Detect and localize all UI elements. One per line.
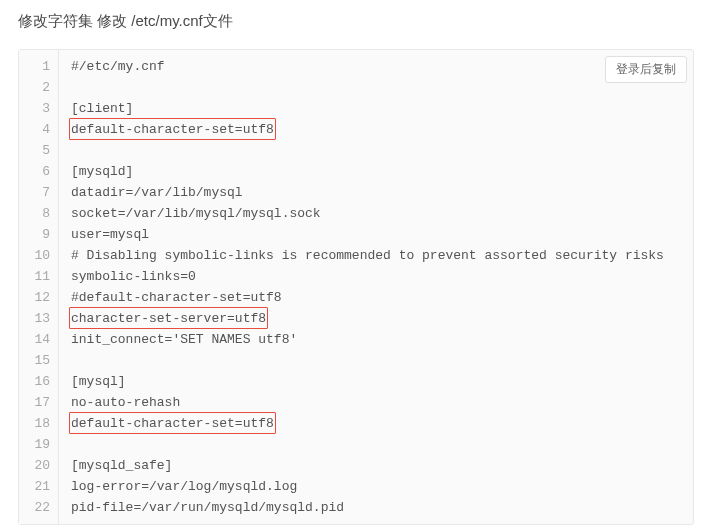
line-number: 16 bbox=[27, 371, 50, 392]
code-line bbox=[71, 350, 681, 371]
code-lines: #/etc/my.cnf[client]default-character-se… bbox=[59, 50, 693, 524]
line-number: 11 bbox=[27, 266, 50, 287]
line-number: 6 bbox=[27, 161, 50, 182]
line-number: 8 bbox=[27, 203, 50, 224]
line-number: 15 bbox=[27, 350, 50, 371]
code-line bbox=[71, 434, 681, 455]
line-number: 20 bbox=[27, 455, 50, 476]
code-line: default-character-set=utf8 bbox=[71, 413, 681, 434]
line-number: 9 bbox=[27, 224, 50, 245]
line-number: 5 bbox=[27, 140, 50, 161]
copy-after-login-button[interactable]: 登录后复制 bbox=[605, 56, 687, 83]
line-number-gutter: 12345678910111213141516171819202122 bbox=[19, 50, 59, 524]
line-number: 19 bbox=[27, 434, 50, 455]
code-line: no-auto-rehash bbox=[71, 392, 681, 413]
line-number: 17 bbox=[27, 392, 50, 413]
line-number: 12 bbox=[27, 287, 50, 308]
code-line: log-error=/var/log/mysqld.log bbox=[71, 476, 681, 497]
line-number: 4 bbox=[27, 119, 50, 140]
line-number: 10 bbox=[27, 245, 50, 266]
line-number: 21 bbox=[27, 476, 50, 497]
code-line: default-character-set=utf8 bbox=[71, 119, 681, 140]
line-number: 3 bbox=[27, 98, 50, 119]
code-line: [mysqld] bbox=[71, 161, 681, 182]
code-line: init_connect='SET NAMES utf8' bbox=[71, 329, 681, 350]
line-number: 7 bbox=[27, 182, 50, 203]
code-line bbox=[71, 77, 681, 98]
code-line: datadir=/var/lib/mysql bbox=[71, 182, 681, 203]
code-line: socket=/var/lib/mysql/mysql.sock bbox=[71, 203, 681, 224]
code-line: #default-character-set=utf8 bbox=[71, 287, 681, 308]
code-line: character-set-server=utf8 bbox=[71, 308, 681, 329]
line-number: 18 bbox=[27, 413, 50, 434]
code-line: pid-file=/var/run/mysqld/mysqld.pid bbox=[71, 497, 681, 518]
code-line: user=mysql bbox=[71, 224, 681, 245]
line-number: 13 bbox=[27, 308, 50, 329]
code-line: [mysqld_safe] bbox=[71, 455, 681, 476]
line-number: 1 bbox=[27, 56, 50, 77]
code-line: symbolic-links=0 bbox=[71, 266, 681, 287]
code-container: 登录后复制 1234567891011121314151617181920212… bbox=[18, 49, 694, 525]
code-block: 12345678910111213141516171819202122 #/et… bbox=[19, 50, 693, 524]
code-line bbox=[71, 140, 681, 161]
code-line: [client] bbox=[71, 98, 681, 119]
page-title: 修改字符集 修改 /etc/my.cnf文件 bbox=[0, 0, 712, 41]
line-number: 14 bbox=[27, 329, 50, 350]
line-number: 22 bbox=[27, 497, 50, 518]
code-line: [mysql] bbox=[71, 371, 681, 392]
code-line: # Disabling symbolic-links is recommende… bbox=[71, 245, 681, 266]
code-line: #/etc/my.cnf bbox=[71, 56, 681, 77]
line-number: 2 bbox=[27, 77, 50, 98]
